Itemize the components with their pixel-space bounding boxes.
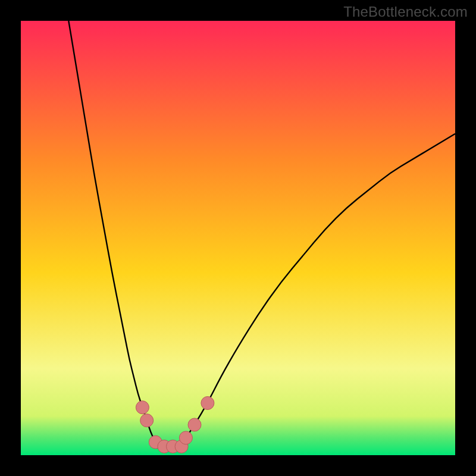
left-upper-dot: [136, 401, 149, 414]
plot-area: [21, 21, 455, 455]
right-upper-dot: [201, 396, 214, 409]
left-lower-dot: [140, 414, 154, 427]
plot-svg: [21, 21, 455, 455]
right-mid-dot: [188, 418, 201, 431]
gradient-background: [21, 21, 455, 455]
right-lower-dot: [179, 431, 192, 444]
chart-frame: TheBottleneck.com: [0, 0, 476, 476]
watermark-text: TheBottleneck.com: [343, 4, 468, 20]
